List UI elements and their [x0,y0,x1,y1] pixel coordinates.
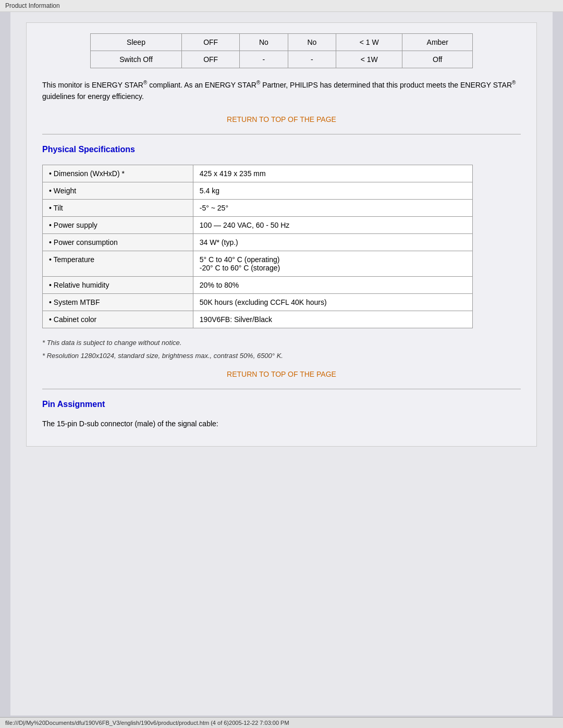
return-link-2-anchor[interactable]: RETURN TO TOP OF THE PAGE [227,370,336,378]
spec-label: • Power consumption [43,234,193,251]
spec-value: 425 x 419 x 235 mm [193,165,472,182]
specs-table-row: • Relative humidity20% to 80% [43,277,473,294]
physical-specifications-section: Physical Specifications • Dimension (WxH… [42,145,521,360]
spec-label: • Temperature [43,251,193,277]
specs-table-row: • System MTBF50K hours (excluding CCFL 4… [43,294,473,311]
spec-label: • System MTBF [43,294,193,311]
specs-table-row: • Power consumption34 W* (typ.) [43,234,473,251]
main-content: SleepOFFNoNo< 1 WAmberSwitch OffOFF--< 1… [10,12,553,715]
spec-label: • Weight [43,182,193,200]
pin-assignment-section: Pin Assignment The 15-pin D-sub connecto… [42,400,521,428]
spec-value: 190V6FB: Silver/Black [193,311,472,328]
spec-value: 5.4 kg [193,182,472,200]
footnote-2: * Resolution 1280x1024, standard size, b… [42,352,521,360]
divider-2 [42,389,521,389]
divider-1 [42,134,521,134]
energy-table: SleepOFFNoNo< 1 WAmberSwitch OffOFF--< 1… [90,33,473,68]
spec-value: 20% to 80% [193,277,472,294]
specs-table: • Dimension (WxHxD) *425 x 419 x 235 mm•… [42,165,473,328]
spec-value: 5° C to 40° C (operating)-20° C to 60° C… [193,251,472,277]
spec-label: • Tilt [43,200,193,217]
specs-table-row: • Weight5.4 kg [43,182,473,200]
specs-table-row: • Tilt-5° ~ 25° [43,200,473,217]
specs-table-row: • Temperature5° C to 40° C (operating)-2… [43,251,473,277]
return-link-2[interactable]: RETURN TO TOP OF THE PAGE [42,370,521,378]
spec-value: 34 W* (typ.) [193,234,472,251]
bottom-bar: file:///D|/My%20Documents/dfu/190V6FB_V3… [0,717,563,728]
content-area: SleepOFFNoNo< 1 WAmberSwitch OffOFF--< 1… [26,22,537,447]
specs-table-row: • Dimension (WxHxD) *425 x 419 x 235 mm [43,165,473,182]
spec-value: 100 — 240 VAC, 60 - 50 Hz [193,217,472,234]
spec-label: • Relative humidity [43,277,193,294]
energy-table-row: SleepOFFNoNo< 1 WAmber [90,34,472,51]
top-bar: Product Information [0,0,563,12]
pin-assignment-description: The 15-pin D-sub connector (male) of the… [42,419,521,428]
spec-label: • Dimension (WxHxD) * [43,165,193,182]
spec-label: • Power supply [43,217,193,234]
specs-table-row: • Power supply100 — 240 VAC, 60 - 50 Hz [43,217,473,234]
spec-label: • Cabinet color [43,311,193,328]
energy-star-text: This monitor is ENERGY STAR® compliant. … [42,79,521,102]
pin-assignment-title: Pin Assignment [42,400,521,409]
specs-table-row: • Cabinet color190V6FB: Silver/Black [43,311,473,328]
energy-table-row: Switch OffOFF--< 1WOff [90,51,472,68]
return-link-1[interactable]: RETURN TO TOP OF THE PAGE [42,115,521,124]
top-bar-label: Product Information [5,2,60,9]
bottom-bar-path: file:///D|/My%20Documents/dfu/190V6FB_V3… [5,720,289,726]
spec-value: 50K hours (excluding CCFL 40K hours) [193,294,472,311]
footnote-1: * This data is subject to change without… [42,339,521,347]
return-link-1-anchor[interactable]: RETURN TO TOP OF THE PAGE [227,115,336,124]
spec-value: -5° ~ 25° [193,200,472,217]
physical-specs-title: Physical Specifications [42,145,521,154]
